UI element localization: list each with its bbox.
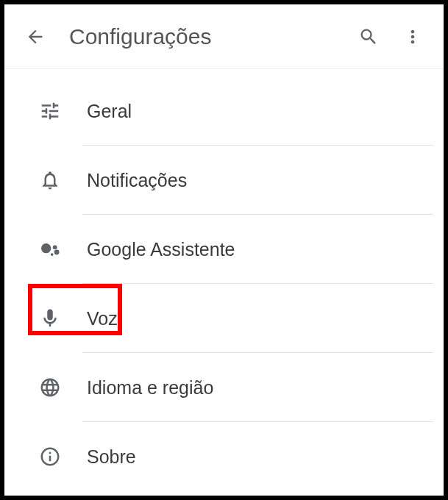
more-options-button[interactable] [397, 21, 429, 53]
search-button[interactable] [352, 21, 385, 53]
svg-point-1 [53, 245, 57, 249]
back-arrow-icon [25, 26, 46, 47]
mic-icon [37, 305, 63, 332]
globe-icon [37, 374, 63, 401]
menu-item-label: Notificações [87, 170, 187, 191]
menu-item-label: Sobre [87, 446, 136, 468]
menu-item-label: Voz [87, 308, 118, 329]
page-title: Configurações [69, 24, 341, 49]
menu-item-language-region[interactable]: Idioma e região [4, 353, 444, 422]
menu-item-notifications[interactable]: Notificações [4, 146, 444, 215]
menu-item-about[interactable]: Sobre [4, 422, 444, 491]
svg-point-2 [54, 250, 60, 255]
back-button[interactable] [19, 21, 51, 53]
menu-item-general[interactable]: Geral [4, 76, 444, 146]
app-header: Configurações [4, 4, 444, 69]
menu-item-label: Geral [87, 101, 132, 122]
svg-point-0 [41, 243, 51, 253]
settings-list: Geral Notificações Google Assistente [4, 69, 444, 491]
more-vert-icon [402, 26, 423, 47]
menu-item-voice[interactable]: Voz [4, 284, 444, 353]
info-icon [37, 443, 63, 470]
assistant-icon [37, 236, 63, 262]
svg-point-3 [51, 253, 54, 256]
menu-item-label: Idioma e região [87, 377, 213, 399]
search-icon [358, 26, 379, 47]
sliders-icon [37, 98, 63, 124]
menu-item-assistant[interactable]: Google Assistente [4, 215, 444, 284]
menu-item-label: Google Assistente [87, 239, 235, 260]
bell-icon [37, 167, 63, 193]
